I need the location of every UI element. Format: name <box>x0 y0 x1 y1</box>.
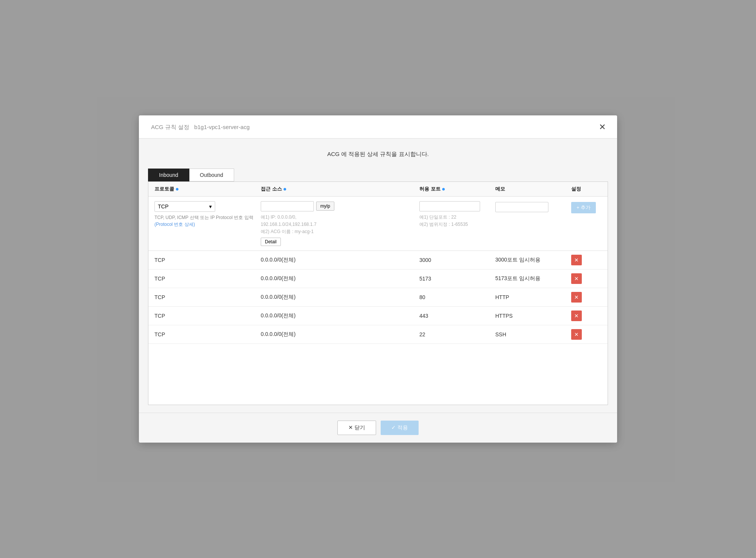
title-text: ACG 규칙 설정 <box>151 124 189 130</box>
modal-description: ACG 에 적용된 상세 규칙을 표시합니다. <box>148 151 608 158</box>
tab-outbound[interactable]: Outbound <box>189 169 235 181</box>
rules-table: 프로토콜 ● 접근 소스 ● 허용 포트 ● 메모 설정 <box>148 181 608 405</box>
tab-group: Inbound Outbound <box>148 169 608 181</box>
memo-cell <box>495 201 571 212</box>
header-protocol: 프로토콜 ● <box>154 186 261 192</box>
table-header-row: 프로토콜 ● 접근 소스 ● 허용 포트 ● 메모 설정 <box>148 182 608 197</box>
acg-rule-modal: ACG 규칙 설정 b1g1-vpc1-server-acg ✕ ACG 에 적… <box>139 115 617 443</box>
row-memo: 5173포트 임시허용 <box>495 275 571 282</box>
required-dot-port: ● <box>442 186 446 192</box>
delete-rule-button[interactable]: ✕ <box>571 255 582 265</box>
add-rule-button[interactable]: + 추가 <box>571 202 596 213</box>
row-port: 3000 <box>419 257 495 263</box>
port-cell: 예1) 단일포트 : 22 예2) 범위지정 : 1-65535 <box>419 201 495 228</box>
delete-rule-button[interactable]: ✕ <box>571 273 582 284</box>
row-port: 443 <box>419 313 495 319</box>
row-protocol: TCP <box>154 331 261 337</box>
row-memo: HTTP <box>495 294 571 300</box>
row-protocol: TCP <box>154 276 261 282</box>
row-port: 5173 <box>419 276 495 282</box>
source-cell: myIp 예1) IP: 0.0.0.0/0, 192.168.1.0/24,1… <box>261 201 419 246</box>
cancel-button[interactable]: ✕ 닫기 <box>337 421 376 435</box>
empty-area <box>148 344 608 405</box>
delete-rule-button[interactable]: ✕ <box>571 311 582 321</box>
modal-overlay: ACG 규칙 설정 b1g1-vpc1-server-acg ✕ ACG 에 적… <box>0 0 756 558</box>
table-row: TCP 0.0.0.0/0(전체) 443 HTTPS ✕ <box>148 307 608 325</box>
source-hint: 예1) IP: 0.0.0.0/0, 192.168.1.0/24,192.16… <box>261 214 416 236</box>
row-source: 0.0.0.0/0(전체) <box>261 294 419 301</box>
row-delete-cell: ✕ <box>571 329 602 340</box>
source-input[interactable] <box>261 201 314 211</box>
row-protocol: TCP <box>154 294 261 300</box>
header-port: 허용 포트 ● <box>419 186 495 192</box>
modal-title: ACG 규칙 설정 b1g1-vpc1-server-acg <box>148 123 250 131</box>
protocol-select[interactable]: TCP ▾ <box>154 201 215 212</box>
protocol-hint: TCP, UDP, ICMP 선택 또는 IP Protocol 번호 입력 (… <box>154 214 261 228</box>
input-row: TCP ▾ TCP, UDP, ICMP 선택 또는 IP Protocol 번… <box>148 197 608 251</box>
delete-rule-button[interactable]: ✕ <box>571 292 582 303</box>
port-hint: 예1) 단일포트 : 22 예2) 범위지정 : 1-65535 <box>419 214 495 228</box>
protocol-cell: TCP ▾ TCP, UDP, ICMP 선택 또는 IP Protocol 번… <box>154 201 261 228</box>
row-port: 80 <box>419 294 495 300</box>
row-source: 0.0.0.0/0(전체) <box>261 257 419 263</box>
subtitle-text: b1g1-vpc1-server-acg <box>194 124 250 130</box>
memo-input[interactable] <box>495 202 548 212</box>
row-protocol: TCP <box>154 257 261 263</box>
row-source: 0.0.0.0/0(전체) <box>261 331 419 338</box>
tab-inbound[interactable]: Inbound <box>148 169 189 181</box>
table-row: TCP 0.0.0.0/0(전체) 80 HTTP ✕ <box>148 288 608 307</box>
modal-body: ACG 에 적용된 상세 규칙을 표시합니다. Inbound Outbound… <box>139 139 617 413</box>
header-memo: 메모 <box>495 186 571 192</box>
dropdown-arrow-icon: ▾ <box>209 203 212 210</box>
modal-header: ACG 규칙 설정 b1g1-vpc1-server-acg ✕ <box>139 115 617 139</box>
required-dot-source: ● <box>283 186 287 192</box>
row-delete-cell: ✕ <box>571 292 602 303</box>
protocol-detail-link[interactable]: (Protocol 번호 상세) <box>154 222 195 227</box>
modal-footer: ✕ 닫기 ✓ 적용 <box>139 413 617 443</box>
row-protocol: TCP <box>154 313 261 319</box>
row-port: 22 <box>419 331 495 337</box>
myip-button[interactable]: myIp <box>316 202 334 211</box>
row-delete-cell: ✕ <box>571 311 602 321</box>
detail-button[interactable]: Detail <box>261 238 281 246</box>
add-cell: + 추가 <box>571 201 602 213</box>
row-memo: SSH <box>495 331 571 337</box>
required-dot-protocol: ● <box>175 186 179 192</box>
close-button[interactable]: ✕ <box>597 122 608 132</box>
header-settings: 설정 <box>571 186 602 192</box>
delete-rule-button[interactable]: ✕ <box>571 329 582 340</box>
port-input[interactable] <box>419 201 480 211</box>
row-delete-cell: ✕ <box>571 273 602 284</box>
row-source: 0.0.0.0/0(전체) <box>261 312 419 319</box>
row-memo: HTTPS <box>495 313 571 319</box>
table-row: TCP 0.0.0.0/0(전체) 5173 5173포트 임시허용 ✕ <box>148 270 608 288</box>
table-row: TCP 0.0.0.0/0(전체) 22 SSH ✕ <box>148 325 608 344</box>
table-row: TCP 0.0.0.0/0(전체) 3000 3000포트 임시허용 ✕ <box>148 251 608 270</box>
row-delete-cell: ✕ <box>571 255 602 265</box>
apply-button[interactable]: ✓ 적용 <box>381 421 419 435</box>
row-source: 0.0.0.0/0(전체) <box>261 275 419 282</box>
header-source: 접근 소스 ● <box>261 186 419 192</box>
row-memo: 3000포트 임시허용 <box>495 257 571 263</box>
